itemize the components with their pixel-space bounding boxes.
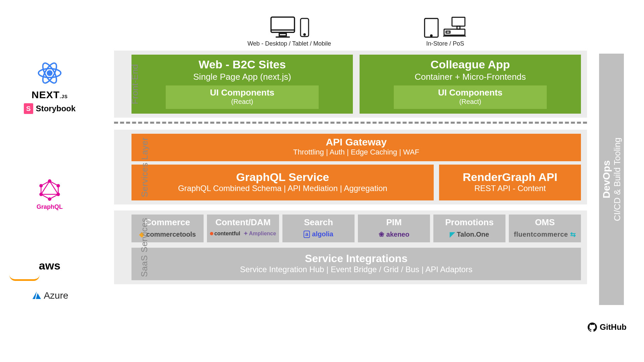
svg-rect-24 [444,29,465,35]
github-logo: GitHub [588,322,627,332]
devops-sidebar: DevOps CI/CD & Build Tooling [599,54,624,305]
storybook-icon: S [24,103,33,114]
react-icon [9,60,90,86]
saas-pim: PIM ❀akeneo [358,215,430,242]
frontend-layer-label: Front-End [130,64,140,104]
svg-point-19 [304,34,306,36]
colleague-ui-components: UI Components (React) [394,85,546,109]
channels-row: Web - Desktop / Tablet / Mobile In-Store… [114,13,587,51]
desktop-icon [269,15,297,38]
svg-point-10 [40,193,43,196]
graphql-logo: GraphQL [9,179,90,213]
svg-point-7 [57,184,60,187]
colleague-app-box: Colleague App Container + Micro-Frontend… [360,55,581,114]
svg-marker-13 [36,293,41,299]
service-integrations-box: Service Integrations Service Integration… [131,248,581,280]
saas-oms: OMS fluentcommerce⇆ [509,215,581,242]
frontend-layer: Front-End Web - B2C Sites Single Page Ap… [114,51,587,118]
architecture-diagram: NEXT.JS S Storybook GraphQL aws Azure De… [0,0,644,362]
svg-point-0 [47,71,52,75]
graphql-service-box: GraphQL Service GraphQL Combined Schema … [131,165,434,200]
channel-instore: In-Store / PoS [423,13,467,47]
azure-logo: Azure [9,290,90,301]
api-gateway-box: API Gateway Throttling | Auth | Edge Cac… [131,134,581,161]
saas-layer-label: SaaS Services [139,218,150,277]
cloud-logos: aws Azure [9,256,90,304]
services-layer-label: Services Layer [140,137,150,197]
svg-point-11 [40,184,43,187]
saas-search: Search aalgolia [282,215,355,242]
svg-marker-5 [41,181,58,194]
b2c-sites-box: Web - B2C Sites Single Page App (next.js… [131,55,353,114]
channel-web: Web - Desktop / Tablet / Mobile [248,13,331,47]
svg-point-21 [431,35,432,37]
frontend-tech-logos: NEXT.JS S Storybook [9,57,90,117]
svg-rect-25 [446,31,450,33]
svg-point-9 [48,198,51,200]
main-column: Web - Desktop / Tablet / Mobile In-Store… [114,13,587,284]
pos-icon [442,16,467,38]
nextjs-logo: NEXT.JS [9,89,90,101]
rendergraph-api-box: RenderGraph API REST API - Content [439,165,581,200]
svg-point-6 [48,180,51,182]
svg-marker-12 [33,292,37,299]
b2c-ui-components: UI Components (React) [166,85,318,109]
mobile-icon [300,17,310,38]
tablet-icon [423,17,439,38]
layer-separator [114,122,587,124]
saas-promotions: Promotions ◤Talon.One [433,215,505,242]
services-layer: Services Layer API Gateway Throttling | … [114,130,587,204]
saas-content-dam: Content/DAM contentful ✦Amplience [207,215,279,242]
svg-rect-22 [452,17,465,26]
saas-layer: SaaS Services Commerce ◆commercetools Co… [114,210,587,284]
svg-point-8 [57,193,60,196]
aws-logo: aws [9,259,90,281]
svg-rect-16 [279,34,286,36]
storybook-logo: S Storybook [9,103,90,114]
